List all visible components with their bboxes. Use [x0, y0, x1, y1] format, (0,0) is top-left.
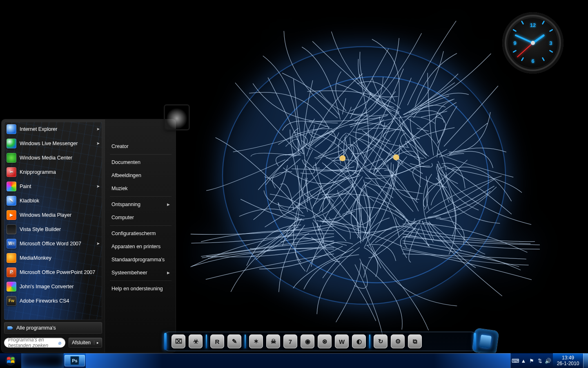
start-place-label: Systeembeheer — [111, 270, 147, 276]
all-programs-button[interactable]: Alle programma's — [4, 322, 102, 334]
start-program-label: Kladblok — [20, 198, 39, 204]
clock-tick — [549, 50, 553, 53]
media-center-icon — [7, 153, 16, 163]
jic-icon — [7, 282, 16, 292]
start-place-label: Computer — [111, 215, 134, 220]
monitor-icon[interactable]: ⌧ — [172, 334, 185, 348]
clock-tick — [521, 57, 524, 61]
biohazard-icon[interactable]: ☣ — [189, 334, 203, 348]
start-program-mediamonkey[interactable]: MediaMonkey — [4, 251, 102, 265]
start-place-label: Apparaten en printers — [111, 244, 160, 249]
dock-separator — [369, 334, 370, 348]
start-right-separator — [110, 280, 172, 281]
start-program-vsb[interactable]: Vista Style Builder — [4, 222, 102, 236]
mediamonkey-icon — [7, 253, 16, 263]
start-place-systeembeheer[interactable]: Systeembeheer▶ — [108, 266, 173, 279]
start-place-documenten[interactable]: Documenten — [108, 156, 173, 169]
fireworks-icon: Fw — [7, 296, 16, 306]
start-program-jic[interactable]: John's Image Converter — [4, 279, 102, 294]
aperture-icon[interactable]: ◐ — [352, 334, 366, 348]
all-programs-arrow-icon — [7, 326, 13, 330]
dock-launcher: ⌧☣R✎✶☠7◉⊛W◐↻⚙⧉ — [165, 332, 475, 351]
start-program-label: Windows Media Center — [20, 155, 72, 161]
refresh-icon[interactable]: ↻ — [374, 334, 388, 348]
start-place-muziek[interactable]: Muziek — [108, 182, 173, 195]
clock-numeral-6: 6 — [531, 58, 534, 64]
w-app-icon[interactable]: W — [335, 334, 349, 348]
start-place-label: Afbeeldingen — [111, 173, 141, 178]
gear-icon[interactable]: ⚙ — [391, 334, 405, 348]
start-button[interactable] — [0, 353, 21, 368]
feather-icon[interactable]: ✎ — [227, 334, 241, 348]
start-place-label: Standaardprogramma's — [111, 257, 165, 263]
globe-icon[interactable]: ⊛ — [318, 334, 332, 348]
start-place-label: Creator — [111, 144, 129, 149]
volume-icon[interactable]: 🔊 — [545, 357, 551, 364]
input-indicator-icon[interactable]: ⌨ — [512, 357, 519, 364]
dock-end-capsule[interactable] — [472, 328, 499, 355]
paint-icon — [7, 182, 16, 191]
analog-clock-gadget[interactable]: 12 3 6 9 — [502, 12, 564, 74]
start-program-snipping[interactable]: ✂Knipprogramma — [4, 165, 102, 179]
clock-hub — [531, 41, 535, 45]
clock-numeral-9: 9 — [513, 40, 516, 46]
start-program-label: Microsoft Office Word 2007 — [20, 241, 81, 247]
photoshop-icon: Ps — [70, 356, 79, 365]
show-desktop-button[interactable] — [583, 353, 588, 368]
start-right-separator — [110, 154, 172, 155]
start-search-placeholder: Programma's en bestanden zoeken — [8, 337, 58, 348]
swirl-icon[interactable]: ◉ — [301, 334, 314, 348]
clock-face: 12 3 6 9 — [508, 18, 558, 68]
chevron-right-icon: ➤ — [96, 241, 100, 246]
taskbar-glow-segment — [21, 353, 64, 368]
7-icon[interactable]: 7 — [283, 334, 297, 348]
clock-tick — [513, 29, 517, 32]
start-place-apparaten-en-printers[interactable]: Apparaten en printers — [108, 240, 173, 253]
start-program-word[interactable]: W≡Microsoft Office Word 2007➤ — [4, 236, 102, 251]
taskbar-clock[interactable]: 13:49 26-1-2010 — [553, 353, 583, 368]
ie-icon — [7, 124, 16, 134]
r-app-icon[interactable]: R — [210, 334, 224, 348]
start-program-notepad[interactable]: ✎Kladblok — [4, 193, 102, 208]
chevron-right-icon: ➤ — [96, 127, 100, 131]
shutdown-button[interactable]: Afsluiten ▸ — [69, 338, 102, 348]
taskbar-app-photoshop[interactable]: Ps — [65, 355, 85, 366]
clock-tick — [542, 57, 545, 61]
start-menu-programs-list: Internet Explorer➤Windows Live Messenger… — [4, 122, 102, 320]
start-program-wmp[interactable]: ▶Windows Media Player — [4, 208, 102, 222]
start-program-fireworks[interactable]: FwAdobe Fireworks CS4 — [4, 294, 102, 308]
start-place-computer[interactable]: Computer — [108, 211, 173, 224]
start-right-separator — [110, 225, 172, 226]
start-program-paint[interactable]: Paint➤ — [4, 179, 102, 193]
network-icon[interactable]: ⇅ — [537, 357, 543, 364]
shutdown-options-chevron-icon[interactable]: ▸ — [94, 341, 99, 345]
clock-numeral-12: 12 — [530, 22, 536, 28]
start-program-media-center[interactable]: Windows Media Center — [4, 150, 102, 165]
clock-tick — [542, 21, 545, 25]
start-program-label: Vista Style Builder — [20, 227, 61, 232]
start-program-label: Adobe Fireworks CS4 — [20, 298, 69, 304]
show-hidden-icon[interactable]: ▲ — [520, 357, 527, 364]
start-place-afbeeldingen[interactable]: Afbeeldingen — [108, 169, 173, 182]
start-place-creator[interactable]: Creator — [108, 140, 173, 153]
shield-icon[interactable]: ✶ — [249, 334, 263, 348]
start-search-input[interactable]: Programma's en bestanden zoeken ⌕ — [4, 338, 65, 348]
start-program-ie[interactable]: Internet Explorer➤ — [4, 122, 102, 136]
action-center-icon[interactable]: ⚑ — [528, 357, 535, 364]
system-tray: ⌨▲⚑⇅🔊 — [510, 353, 553, 368]
start-place-configuratiescherm[interactable]: Configuratiescherm — [108, 227, 173, 240]
taskbar-empty-area[interactable] — [86, 353, 510, 368]
clock-tick — [549, 29, 553, 32]
start-program-label: Microsoft Office PowerPoint 2007 — [20, 269, 95, 275]
taskbar-date: 26-1-2010 — [555, 361, 581, 366]
start-program-powerpoint[interactable]: PMicrosoft Office PowerPoint 2007 — [4, 265, 102, 279]
start-right-separator — [110, 196, 172, 197]
start-place-standaardprogramma-s[interactable]: Standaardprogramma's — [108, 253, 173, 266]
start-program-messenger[interactable]: Windows Live Messenger➤ — [4, 136, 102, 150]
start-place-ontspanning[interactable]: Ontspanning▶ — [108, 198, 173, 211]
start-place-help-en-ondersteuning[interactable]: Help en ondersteuning — [108, 282, 173, 295]
user-avatar[interactable] — [165, 105, 189, 129]
skull-icon[interactable]: ☠ — [266, 334, 280, 348]
cube-icon[interactable]: ⧉ — [408, 334, 422, 348]
start-menu-left-pane: Internet Explorer➤Windows Live Messenger… — [2, 119, 105, 352]
